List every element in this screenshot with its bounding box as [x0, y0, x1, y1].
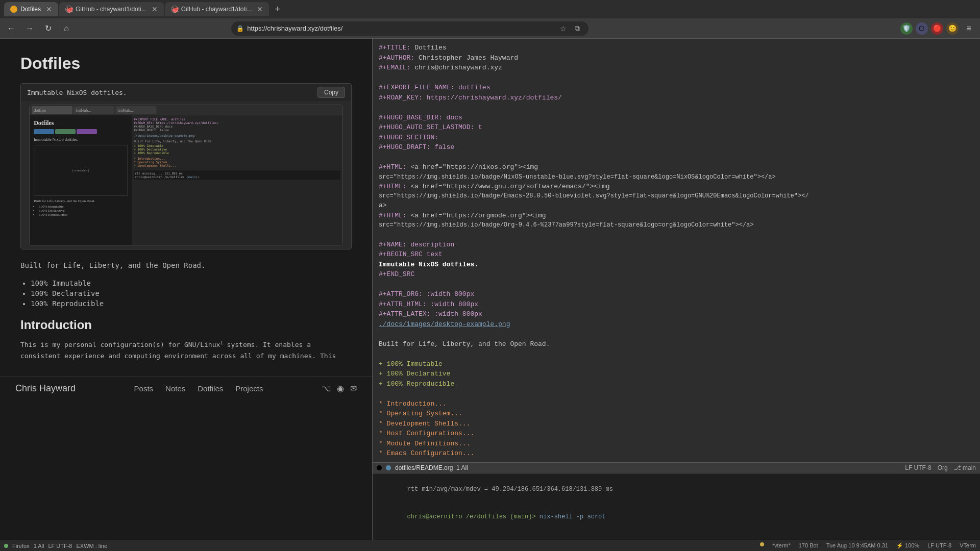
tab-dotfiles[interactable]: Dotfiles ✕: [4, 2, 58, 16]
editor-line-24: #+END_SRC: [379, 269, 974, 280]
ext-red-icon[interactable]: 🔴: [931, 22, 943, 35]
editor-line-37: * Introduction...: [379, 399, 974, 409]
editor-line-29: ./docs/images/desktop-example.png: [379, 319, 974, 330]
editor-line-35: + 100% Reproducible: [379, 379, 974, 389]
editor-line-5: #+EXPORT_FILE_NAME: dotfiles: [379, 83, 974, 93]
nav-link-notes[interactable]: Notes: [165, 384, 185, 393]
tab-favicon-3: 🐙: [171, 6, 178, 13]
address-bar[interactable]: 🔒 https://chrishayward.xyz/dotfiles/ ☆ ⧉: [231, 21, 589, 36]
site-nav-icons: ⌥ ◉ ✉: [322, 384, 357, 393]
copy-button[interactable]: Copy: [317, 87, 345, 98]
editor-line-32: [379, 349, 974, 359]
nav-bar: ← → ↻ ⌂ 🔒 https://chrishayward.xyz/dotfi…: [0, 18, 980, 39]
editor-line-18: #+HTML: <a href="https://orgmode.org"><i…: [379, 211, 974, 221]
tab-github-1[interactable]: 🐙 GitHub - chayward1/doti... ✕: [59, 2, 164, 16]
editor-statusbar-right: LF UTF-8 Org ⎇ main: [905, 464, 976, 471]
status-left: Firefox 1 All LF UTF-8 EXWM : line: [4, 543, 107, 549]
ss-list-item-3: 100% Reproducible: [39, 213, 128, 217]
nav-link-posts[interactable]: Posts: [134, 384, 154, 393]
tab-title-1: Dotfiles: [20, 6, 41, 13]
status-mode: EXWM : line: [76, 543, 107, 549]
nav-link-projects[interactable]: Projects: [235, 384, 263, 393]
status-datetime: Tue Aug 10 9:45AM 0.31: [826, 542, 888, 549]
tab-close-1[interactable]: ✕: [46, 5, 52, 13]
editor-line-33: + 100% Immutable: [379, 359, 974, 369]
tab-close-3[interactable]: ✕: [257, 5, 263, 13]
site-nav: Chris Hayward Posts Notes Dotfiles Proje…: [0, 377, 372, 400]
editor-line-4: [379, 73, 974, 83]
ss-list-item-2: 100% Declarative: [39, 209, 128, 213]
website: Dotfiles Immutable NixOS dotfiles. Copy …: [0, 39, 372, 540]
ss-title: Dotfiles: [34, 119, 128, 127]
nav-link-dotfiles[interactable]: Dotfiles: [198, 384, 223, 393]
ss-tab-3: GitHub...: [115, 106, 156, 114]
code-block-header: Immutable NixOS dotfiles. Copy: [21, 84, 351, 101]
term-line-2: chris@acernitro /e/dotfiles (main)> nix-…: [378, 503, 975, 531]
status-right: *vterm* 170 Bot Tue Aug 10 9:45AM 0.31 ⚡…: [760, 542, 976, 549]
ext-hex-icon[interactable]: ⬡: [916, 22, 928, 35]
bookmark-icon[interactable]: ☆: [557, 22, 569, 35]
statusbar-indicator-2: [386, 465, 391, 470]
editor-line-13: #+HTML: <a href="https://nixos.org"><img: [379, 162, 974, 172]
editor-line-19: src="https://img.shields.io/badge/Org-9.…: [379, 220, 974, 230]
nav-right: 🛡️ ⬡ 🔴 😊 ≡: [900, 21, 976, 36]
ss-badges: [34, 129, 128, 134]
site-author-name[interactable]: Chris Hayward: [15, 383, 76, 394]
term-line-3: [378, 531, 975, 540]
screenshot-inner: dotfiles GitHub... GitHub... Dotfiles: [29, 105, 343, 245]
new-tab-button[interactable]: +: [270, 2, 284, 16]
editor-line-7: [379, 103, 974, 113]
editor-line-3: #+EMAIL: chris@chrishayward.xyz: [379, 63, 974, 73]
editor-line-38: * Operating System...: [379, 409, 974, 419]
section-title: Introduction: [20, 318, 352, 332]
tab-favicon-1: [10, 6, 17, 13]
address-text: https://chrishayward.xyz/dotfiles/: [247, 24, 554, 32]
editor-line-36: [379, 389, 974, 399]
ext-emoji-icon[interactable]: 😊: [946, 22, 959, 35]
right-panel: #+TITLE: Dotfiles #+AUTHOR: Christopher …: [373, 39, 980, 540]
editor-line-21: #+NAME: description: [379, 240, 974, 250]
term-prompt-1: chris@acernitro /e/dotfiles (main)>: [407, 513, 536, 520]
lock-icon: 🔒: [236, 25, 244, 32]
editor-line-28: #+ATTR_LATEX: :width 800px: [379, 309, 974, 319]
editor-area[interactable]: #+TITLE: Dotfiles #+AUTHOR: Christopher …: [373, 39, 980, 462]
ss-tab-2: GitHub...: [74, 106, 114, 114]
editor-line-25: [379, 280, 974, 290]
editor-line-6: #+ROAM_KEY: https://chrishayward.xyz/dot…: [379, 93, 974, 103]
github-icon[interactable]: ⌥: [322, 384, 331, 393]
editor-encoding: LF UTF-8: [905, 464, 931, 471]
back-button[interactable]: ←: [4, 21, 18, 36]
editor-line-27: #+ATTR_HTML: :width 800px: [379, 299, 974, 310]
address-actions: ☆ ⧉: [557, 22, 583, 35]
screen-icon[interactable]: ⧉: [571, 22, 583, 35]
ext-shield-icon[interactable]: 🛡️: [900, 22, 913, 35]
forward-button[interactable]: →: [22, 21, 37, 36]
home-button[interactable]: ⌂: [59, 21, 74, 36]
editor-filename: dotfiles/README.org 1 All: [395, 464, 468, 471]
ss-badge-org: [77, 129, 97, 134]
editor-line-26: #+ATTR_ORG: :width 800px: [379, 289, 974, 299]
editor-minor-mode: ⎇ main: [954, 464, 976, 471]
ss-list: 100% Immutable 100% Declarative 100% Rep…: [34, 205, 128, 217]
tab-github-2[interactable]: 🐙 GitHub - chayward1/doti... ✕: [165, 2, 270, 16]
editor-line-15: #+HTML: <a href="https://www.gnu.org/sof…: [379, 182, 974, 192]
rss-icon[interactable]: ◉: [337, 384, 344, 393]
menu-button[interactable]: ≡: [962, 21, 976, 36]
editor-line-22: #+BEGIN_SRC text: [379, 249, 974, 260]
tab-close-2[interactable]: ✕: [152, 5, 158, 13]
email-icon[interactable]: ✉: [350, 384, 357, 393]
terminal-area[interactable]: rtt min/avg/max/mdev = 49.294/186.651/36…: [373, 473, 980, 540]
screenshot-left: Dotfiles Immutable NixOS dotfiles. [ scr…: [30, 115, 132, 245]
status-vterm-label: VTerm: [960, 542, 976, 549]
tab-favicon-2: 🐙: [65, 6, 72, 13]
feature-list: 100% Immutable 100% Declarative 100% Rep…: [20, 279, 352, 308]
editor-line-30: [379, 329, 974, 339]
screenshot-right: #+EXPORT_FILE_NAME: dotfiles #+ROAM_KEY:…: [132, 115, 342, 245]
editor-statusbar: dotfiles/README.org 1 All LF UTF-8 Org ⎇…: [373, 462, 980, 473]
editor-line-17: a>: [379, 201, 974, 211]
browser-content: Dotfiles Immutable NixOS dotfiles. Copy …: [0, 39, 373, 540]
reload-button[interactable]: ↻: [41, 21, 55, 36]
ss-tab-1: dotfiles: [32, 106, 72, 114]
editor-line-10: #+HUGO_SECTION:: [379, 133, 974, 143]
editor-line-34: + 100% Declarative: [379, 369, 974, 379]
